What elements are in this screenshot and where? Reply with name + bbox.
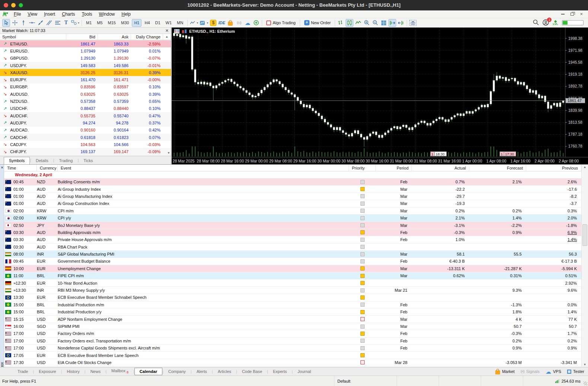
candlestick-mode-button[interactable] bbox=[346, 19, 353, 27]
zoom-out-button[interactable] bbox=[371, 19, 379, 27]
calendar-row[interactable]: 15:00BRLIndustrial Production m/mFeb-1.3… bbox=[4, 301, 588, 309]
level-button[interactable]: ◈LVL bbox=[553, 20, 558, 25]
menu-file[interactable]: File bbox=[10, 10, 24, 18]
calendar-row[interactable]: 02:00KRWCPI m/mMar0.2%0.2%0.3% bbox=[4, 208, 588, 215]
column-symbol[interactable]: Symbol bbox=[0, 34, 66, 39]
calendar-row[interactable]: 10:00EURUnemployment ChangeMar-13.311 K-… bbox=[4, 265, 588, 272]
column-bid[interactable]: Bid bbox=[66, 34, 98, 39]
vps-toolbar-button[interactable]: ☁ bbox=[244, 19, 251, 27]
status-connection[interactable]: 254.63 ms bbox=[555, 379, 588, 383]
calendar-row[interactable]: 03:30AUDRBA Chart Pack bbox=[4, 244, 588, 251]
timeframe-h4[interactable]: H4 bbox=[142, 19, 152, 27]
timeframe-mn[interactable]: MN bbox=[175, 19, 185, 27]
crosshair-tool-button[interactable] bbox=[11, 19, 19, 27]
toolbox-tab-calendar[interactable]: Calendar bbox=[134, 368, 162, 375]
calendar-row[interactable]: 17:30USDEIA Crude Oil Stocks ChangeMar 2… bbox=[4, 359, 588, 366]
close-icon[interactable]: ✕ bbox=[165, 28, 169, 33]
market-watch-row-audcad[interactable]: ↗AUDCAD.0.901600.901640.42% bbox=[0, 127, 171, 134]
toolbox-tab-journal[interactable]: Journal bbox=[293, 368, 316, 375]
market-watch-row-eurjpy[interactable]: ↘EURJPY.161.470161.471-0.00% bbox=[0, 76, 171, 83]
scroll-down-icon[interactable]: ▼ bbox=[167, 151, 170, 155]
market-watch-row-audusd[interactable]: ↘AUDUSD.0.630250.630250.39% bbox=[0, 91, 171, 98]
market-watch-row-cadchf[interactable]: ↗CADCHF.0.618180.618230.07% bbox=[0, 134, 171, 141]
market-watch-row-eurusd[interactable]: ↗EURUSD.1.079491.079490.01% bbox=[0, 47, 171, 54]
status-profile[interactable]: Default bbox=[334, 376, 397, 386]
text-tool-button[interactable]: T bbox=[62, 19, 70, 27]
scroll-up-icon[interactable]: ▲ bbox=[582, 165, 588, 169]
column-event[interactable]: Event bbox=[58, 165, 349, 171]
column-daily-change[interactable]: Daily Change bbox=[131, 34, 163, 39]
minimize-traffic-light-icon[interactable] bbox=[11, 3, 16, 7]
restore-window-icon[interactable] bbox=[570, 13, 574, 16]
toolbox-tab-trade[interactable]: Trade bbox=[13, 368, 33, 375]
pointer-tool-button[interactable] bbox=[2, 19, 10, 27]
toolbox-tab-history[interactable]: History bbox=[62, 368, 85, 375]
menu-charts[interactable]: Charts bbox=[58, 10, 78, 18]
column-priority[interactable]: Priority bbox=[349, 165, 376, 171]
market-watch-row-usdchf[interactable]: ↗USDCHF.0.884370.884400.10% bbox=[0, 105, 171, 112]
calendar-row[interactable]: 16:00SGDSIPMM PMIMar50.750.7 bbox=[4, 323, 588, 330]
resize-grip[interactable] bbox=[584, 382, 587, 385]
calendar-row[interactable]: 13:30EURECB Executive Board Member Schna… bbox=[4, 294, 588, 301]
close-traffic-light-icon[interactable] bbox=[4, 3, 8, 7]
market-watch-row-xauusd[interactable]: ↘XAUUSD.3126.253126.310.39% bbox=[0, 69, 171, 76]
market-depth-icon[interactable] bbox=[174, 29, 179, 34]
calendar-row[interactable]: 17:00USDNondefense Capital Goods Shipmen… bbox=[4, 345, 588, 352]
column-period[interactable]: Period bbox=[376, 165, 412, 171]
new-order-button[interactable]: + New Order bbox=[302, 19, 333, 27]
calendar-row[interactable]: 08:00INRS&P Global Manufacturing PMIMar5… bbox=[4, 251, 588, 258]
market-watch-row-chfjpy[interactable]: ↘CHFJPY.169.137169.147-0.09% bbox=[0, 148, 171, 155]
column-time[interactable]: Time bbox=[4, 165, 37, 171]
calendar-row[interactable]: 02:50JPYBoJ Monetary Base y/yMar-3.1%-2.… bbox=[4, 222, 588, 229]
calendar-row[interactable]: 17:00USDFactory Orders m/mFeb-0.3%1.7% bbox=[4, 330, 588, 337]
timeframe-m15[interactable]: M15 bbox=[106, 19, 118, 27]
calendar-row[interactable]: 01:00AUDAi Group Construction IndexMar-1… bbox=[4, 200, 588, 207]
channel-tool-button[interactable] bbox=[45, 19, 53, 27]
shapes-tool-button[interactable]: ▾ bbox=[71, 19, 80, 27]
ide-button[interactable]: IDE bbox=[218, 19, 226, 27]
account-button[interactable]: 1 bbox=[543, 19, 549, 26]
indicators-button[interactable]: ▾ bbox=[199, 19, 209, 27]
minimize-window-icon[interactable] bbox=[561, 14, 565, 15]
calendar-row[interactable]: ≈13:30INRRBI M3 Money Supply y/yMar 219.… bbox=[4, 287, 588, 294]
shift-chart-left-button[interactable] bbox=[397, 19, 405, 27]
market-watch-row-nzdusd[interactable]: ↗NZDUSD.0.573580.573590.65% bbox=[0, 98, 171, 105]
market-watch-tab-symbols[interactable]: Symbols bbox=[4, 157, 30, 165]
toolbox-tab-mailbox[interactable]: Mailbox 8 bbox=[107, 367, 133, 376]
calendar-row[interactable]: ≈12:30EUR10-Year Bond Auction2.92% bbox=[4, 279, 588, 287]
column-actual[interactable]: Actual bbox=[412, 165, 469, 171]
toolbox-tab-news[interactable]: News bbox=[86, 368, 106, 375]
calendar-scrollbar[interactable]: ▲ ▼ bbox=[581, 165, 588, 367]
column-ask[interactable]: Ask bbox=[98, 34, 131, 39]
toolbox-tab-exposure[interactable]: Exposure bbox=[34, 368, 61, 375]
column-currency[interactable]: Currency bbox=[37, 165, 58, 171]
search-button[interactable] bbox=[533, 19, 539, 26]
market-watch-tab-trading[interactable]: Trading bbox=[54, 157, 78, 164]
calendar-row[interactable]: 11:00BRLFIPE CPI m/mMar0.62%0.31%0.51% bbox=[4, 272, 588, 279]
market-store-button[interactable] bbox=[226, 19, 234, 27]
toolbox-tab-code-base[interactable]: Code Base bbox=[237, 368, 267, 375]
signals-toolbar-button[interactable]: ((o)) bbox=[235, 19, 243, 27]
column-previous[interactable]: Previous bbox=[526, 165, 581, 171]
scrollbar-thumb[interactable] bbox=[582, 224, 587, 246]
screenshot-button[interactable] bbox=[409, 19, 417, 27]
calendar-row[interactable]: 09:45EURGovernment Budget BalanceFeb€-40… bbox=[4, 258, 588, 265]
calendar-row[interactable]: 15:15USDADP Nonfarm Employment ChangeMar… bbox=[4, 316, 588, 323]
scroll-down-icon[interactable]: ▼ bbox=[582, 363, 588, 366]
menu-tools[interactable]: Tools bbox=[79, 10, 96, 18]
close-window-icon[interactable]: × bbox=[580, 12, 583, 16]
toolbox-tab-alerts[interactable]: Alerts bbox=[192, 368, 212, 375]
calendar-row[interactable]: 17:05EURECB Executive Board Member Lane … bbox=[4, 352, 588, 359]
market-watch-row-cadjpy[interactable]: ↘CADJPY.104.563104.566-0.03% bbox=[0, 141, 171, 148]
market-watch-row-usdjpy[interactable]: ↗USDJPY.149.583149.586-0.01% bbox=[0, 62, 171, 69]
market-watch-row-eurgbp[interactable]: ↘EURGBP.0.835960.835970.10% bbox=[0, 83, 171, 91]
calendar-row[interactable]: 01:00AUDAi Group Manufacturing IndexMar-… bbox=[4, 193, 588, 200]
market-watch-row-ethusd[interactable]: ↗ETHUSD.1861.471863.33-2.59% bbox=[0, 40, 171, 47]
timeframe-m30[interactable]: M30 bbox=[119, 19, 131, 27]
calendar-row[interactable]: 15:00BRLIndustrial Production y/yFeb1.8%… bbox=[4, 309, 588, 316]
market-watch-tab-details[interactable]: Details bbox=[31, 157, 53, 164]
one-click-trading-icon[interactable] bbox=[182, 29, 187, 34]
column-forecast[interactable]: Forecast bbox=[469, 165, 526, 171]
scroll-up-icon[interactable]: ▲ bbox=[163, 34, 171, 39]
market-watch-tab-ticks[interactable]: Ticks bbox=[79, 157, 98, 164]
